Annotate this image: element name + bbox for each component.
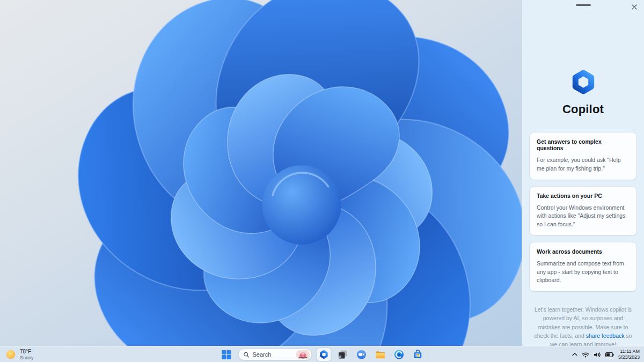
card-title: Take actions on your PC (537, 193, 630, 199)
panel-title: Copilot (562, 102, 604, 116)
date-text: 5/23/2023 (618, 354, 640, 360)
weather-temperature: 78°F (20, 349, 34, 355)
close-icon (632, 4, 637, 10)
screen: Copilot Get answers to complex questions… (0, 0, 644, 362)
copilot-branding: Copilot (522, 68, 644, 116)
taskbar-center: Search (219, 346, 425, 362)
copilot-panel-header (522, 0, 644, 14)
chat-icon (356, 349, 367, 360)
copilot-panel: Copilot Get answers to complex questions… (522, 0, 644, 346)
sun-icon (5, 349, 16, 360)
bloom-wallpaper-art (0, 0, 522, 346)
card-work-documents[interactable]: Work across documents Summarize and comp… (530, 242, 636, 291)
system-tray: 11:11 AM 5/23/2023 (572, 346, 640, 362)
edge-icon (394, 349, 405, 360)
weather-widget[interactable]: 78°F Sunny (5, 346, 34, 362)
copilot-logo-icon (569, 68, 598, 97)
card-title: Work across documents (537, 248, 630, 255)
taskbar-chat-button[interactable] (355, 348, 369, 361)
windows-logo-icon (221, 350, 231, 360)
card-take-actions[interactable]: Take actions on your PC Control your Win… (530, 187, 636, 235)
share-feedback-link[interactable]: share feedback (586, 333, 625, 339)
wifi-icon (582, 352, 589, 358)
task-view-icon (338, 349, 348, 360)
microsoft-store-icon (413, 349, 423, 360)
tray-network-button[interactable] (582, 352, 589, 358)
taskbar-task-view-button[interactable] (336, 348, 350, 361)
search-highlight-image (296, 350, 310, 359)
clock[interactable]: 11:11 AM 5/23/2023 (618, 349, 640, 361)
card-title: Get answers to complex questions (537, 138, 630, 151)
taskbar-search-box[interactable]: Search (238, 349, 312, 360)
tray-battery-button[interactable] (605, 352, 614, 357)
taskbar-edge-button[interactable] (392, 348, 406, 361)
time-text: 11:11 AM (620, 349, 640, 354)
suggestion-cards: Get answers to complex questions For exa… (522, 132, 644, 291)
start-button[interactable] (219, 348, 233, 361)
desktop-wallpaper (0, 0, 522, 346)
volume-icon (594, 352, 601, 358)
ai-disclaimer: Let's learn together. Windows copilot is… (522, 305, 644, 349)
tray-volume-button[interactable] (594, 352, 601, 358)
tray-overflow-button[interactable] (572, 353, 577, 356)
file-explorer-icon (375, 349, 386, 360)
card-complex-questions[interactable]: Get answers to complex questions For exa… (530, 132, 636, 180)
close-button[interactable] (630, 2, 639, 12)
taskbar-copilot-button[interactable] (317, 348, 331, 361)
card-body: For example, you could ask "Help me plan… (537, 156, 630, 173)
card-body: Control your Windows environment with ac… (537, 204, 630, 229)
weather-condition: Sunny (20, 355, 34, 360)
taskbar-file-explorer-button[interactable] (374, 348, 387, 361)
copilot-taskbar-icon (319, 349, 330, 360)
drag-handle[interactable] (576, 4, 591, 6)
taskbar-store-button[interactable] (411, 348, 425, 361)
search-label: Search (253, 351, 272, 358)
taskbar: 78°F Sunny Search (0, 346, 644, 362)
card-body: Summarize and compose text from any app … (537, 260, 630, 285)
search-icon (244, 352, 250, 358)
chevron-up-icon (572, 353, 577, 356)
battery-icon (605, 352, 614, 357)
weather-text: 78°F Sunny (20, 349, 34, 360)
